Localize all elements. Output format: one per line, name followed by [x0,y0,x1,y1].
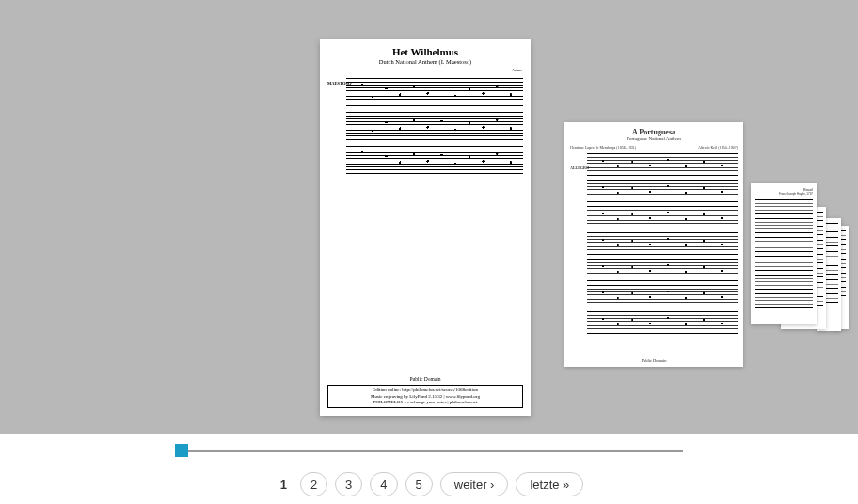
main-sheet-subtitle: Dutch National Anthem (I. Maestoso) [327,58,523,65]
next-sheet-footer: Public Domain [564,358,743,363]
pagination-page-3[interactable]: 3 [335,472,362,496]
main-sheet-title: Het Wilhelmus [327,47,523,58]
next-sheet-composer-right: Alfredo Keil (1850–1907) [698,145,738,150]
next-sheet-title: A Portuguesa [570,128,738,136]
next-sheet-tempo: ALLEGRO [570,165,589,170]
carousel-viewer: Brasil Franz Joseph Haydn, 1797 A Portug… [0,0,858,434]
pagination-page-5[interactable]: 5 [405,472,433,496]
slider-track [175,450,683,452]
pagination-page-2[interactable]: 2 [300,472,327,496]
main-sheet-footer-line3: PHILOMELOS – exchange your notes | philo… [373,400,478,404]
sheet-thumbnail-peek[interactable]: Brasil Franz Joseph Haydn, 1797 [751,183,817,324]
next-sheet-subtitle: Portuguese National Anthem [570,136,738,141]
main-sheet-footer-line2: Music engraving by LilyPond 2.15.32 | ww… [371,394,480,399]
slider-handle[interactable] [175,444,188,457]
carousel-slider-row [0,444,858,459]
carousel-stage[interactable]: Brasil Franz Joseph Haydn, 1797 A Portug… [0,0,858,434]
main-sheet-footer-line1: Edition online: http://philomelos.net/sc… [373,387,478,392]
pagination-current: 1 [275,478,293,492]
main-sheet-tempo: MAESTOSO [327,81,351,86]
main-sheet-footer: Public Domain Edition online: http://phi… [327,376,523,408]
peek-composer: Franz Joseph Haydn, 1797 [755,192,813,196]
carousel-slider[interactable] [175,444,683,459]
pagination: 1 2 3 4 5 weiter › letzte » [0,472,858,496]
pagination-next[interactable]: weiter › [440,472,509,496]
main-sheet-public-domain: Public Domain [327,376,523,383]
next-sheet-composer-left: Henrique Lopes de Mendonça (1856–1931) [570,145,636,150]
sheet-thumbnail-next[interactable]: A Portuguesa Portuguese National Anthem … [564,122,743,367]
pagination-page-4[interactable]: 4 [370,472,397,496]
sheet-main[interactable]: Het Wilhelmus Dutch National Anthem (I. … [320,39,531,416]
pagination-last[interactable]: letzte » [516,472,583,496]
main-sheet-author: Anon. [327,68,523,72]
